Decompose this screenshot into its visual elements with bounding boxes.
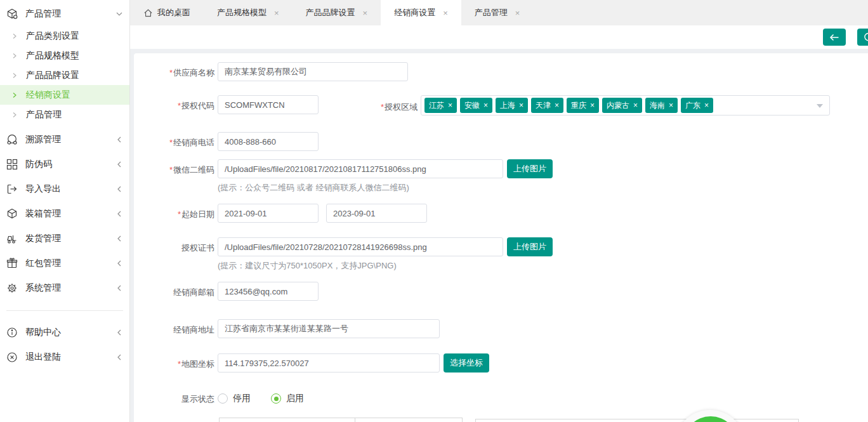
form-row-dealer-email: 经销商邮箱 bbox=[144, 282, 868, 301]
required-asterisk: * bbox=[178, 359, 181, 369]
tag-close-icon[interactable]: × bbox=[590, 101, 595, 110]
chevron-left-icon bbox=[115, 161, 123, 168]
sidebar-item-system-management[interactable]: 系统管理 bbox=[0, 275, 129, 300]
upload-image-button[interactable]: 上传图片 bbox=[507, 237, 553, 256]
sidebar-item-help-center[interactable]: 帮助中心 bbox=[0, 320, 129, 345]
end-date-input[interactable] bbox=[326, 204, 427, 223]
back-button[interactable] bbox=[823, 29, 846, 46]
required-asterisk: * bbox=[169, 138, 173, 147]
import-export-icon bbox=[6, 183, 18, 195]
info-circle-icon bbox=[6, 326, 18, 338]
refresh-icon bbox=[864, 32, 868, 42]
sidebar-subitem-label: 产品类别设置 bbox=[26, 30, 79, 42]
sidebar-item-anticounterfeit-code[interactable]: 防伪码 bbox=[0, 152, 129, 176]
upload-image-button[interactable]: 上传图片 bbox=[507, 159, 553, 178]
dealer-address-input[interactable] bbox=[218, 319, 440, 338]
qr-grid-icon bbox=[6, 158, 18, 170]
tag-close-icon[interactable]: × bbox=[448, 101, 452, 110]
wechat-qr-group: 上传图片 (提示：公众号二维码 或者 经销商联系人微信二维码) bbox=[218, 159, 553, 193]
tag-close-icon[interactable]: × bbox=[669, 101, 673, 110]
tab-label: 产品规格模型 bbox=[217, 7, 266, 18]
chevron-left-icon bbox=[115, 185, 123, 193]
sidebar-subitem-product-brand[interactable]: 产品品牌设置 bbox=[0, 65, 129, 85]
form-row-auth-code-region: *授权代码 *授权区域 江苏× 安徽× 上海× 天津× 重庆× 内蒙古× 海南×… bbox=[144, 95, 868, 115]
refresh-button[interactable] bbox=[857, 29, 868, 46]
field-label: *地图坐标 bbox=[144, 353, 214, 370]
sidebar-subitem-product-spec[interactable]: 产品规格模型 bbox=[0, 46, 129, 65]
home-icon bbox=[143, 8, 153, 18]
forklift-icon bbox=[6, 232, 18, 244]
tag-close-icon[interactable]: × bbox=[555, 101, 559, 110]
tab-label: 经销商设置 bbox=[394, 7, 435, 18]
sidebar-item-packing-management[interactable]: 装箱管理 bbox=[0, 201, 129, 226]
tag-close-icon[interactable]: × bbox=[704, 101, 709, 110]
auth-cert-hint: (提示：建议尺寸为750*1050PX，支持JPG\PNG) bbox=[218, 260, 553, 271]
arrow-left-icon bbox=[829, 33, 839, 42]
form-row-display-status: 显示状态 停用 启用 bbox=[144, 392, 868, 405]
tag-close-icon[interactable]: × bbox=[633, 101, 638, 110]
tab-product-management[interactable]: 产品管理 × bbox=[461, 0, 534, 25]
supplier-name-input[interactable] bbox=[218, 62, 408, 81]
region-tag: 重庆× bbox=[567, 98, 599, 113]
close-icon[interactable]: × bbox=[443, 8, 448, 18]
chevron-left-icon bbox=[115, 329, 123, 336]
sidebar-item-shipping-management[interactable]: 发货管理 bbox=[0, 226, 129, 251]
field-label: *授权区域 bbox=[347, 95, 418, 113]
form-row-dealer-address: 经销商地址 bbox=[144, 319, 868, 338]
tab-label: 我的桌面 bbox=[157, 7, 190, 18]
auth-region-multiselect[interactable]: 江苏× 安徽× 上海× 天津× 重庆× 内蒙古× 海南× 广东× bbox=[421, 95, 830, 115]
required-asterisk: * bbox=[169, 165, 173, 175]
tab-dealer-settings[interactable]: 经销商设置 × bbox=[381, 0, 461, 25]
close-icon[interactable]: × bbox=[515, 8, 520, 18]
tab-label: 产品品牌设置 bbox=[306, 7, 355, 18]
dealer-email-input[interactable] bbox=[218, 282, 319, 301]
chevron-left-icon bbox=[115, 136, 123, 143]
sidebar-item-label: 红包管理 bbox=[25, 258, 115, 269]
radio-disabled[interactable] bbox=[218, 393, 228, 404]
tag-close-icon[interactable]: × bbox=[483, 101, 488, 110]
tab-label: 产品管理 bbox=[475, 7, 508, 18]
sidebar-item-label: 系统管理 bbox=[25, 282, 115, 294]
sidebar-subitem-product-category[interactable]: 产品类别设置 bbox=[0, 26, 129, 46]
field-label: 授权证书 bbox=[144, 237, 214, 254]
tab-product-brand[interactable]: 产品品牌设置 × bbox=[293, 0, 381, 25]
package-box-icon bbox=[6, 208, 18, 220]
map-coords-input[interactable] bbox=[218, 353, 440, 373]
radio-label[interactable]: 启用 bbox=[286, 393, 304, 404]
form-row-dealer-phone: *经销商电话 bbox=[144, 132, 868, 151]
form-row-supplier-name: *供应商名称 bbox=[144, 62, 868, 81]
sidebar-item-label: 退出登陆 bbox=[25, 352, 115, 363]
sidebar-subitem-product-management[interactable]: 产品管理 bbox=[0, 105, 129, 124]
radio-label[interactable]: 停用 bbox=[233, 393, 251, 404]
form-row-wechat-qr: *微信二维码 上传图片 (提示：公众号二维码 或者 经销商联系人微信二维码) bbox=[144, 159, 868, 193]
tab-product-spec[interactable]: 产品规格模型 × bbox=[204, 0, 293, 25]
sidebar-divider bbox=[6, 310, 123, 311]
sidebar-item-import-export[interactable]: 导入导出 bbox=[0, 176, 129, 201]
region-tag: 内蒙古× bbox=[602, 98, 642, 113]
auth-cert-input[interactable] bbox=[218, 237, 503, 256]
form-row-date-range: *起始日期 bbox=[144, 204, 868, 223]
sidebar-item-label: 溯源管理 bbox=[25, 134, 115, 145]
auth-code-input[interactable] bbox=[218, 95, 319, 114]
sidebar-item-product-management[interactable]: 产品管理 bbox=[0, 1, 129, 26]
select-coords-button[interactable]: 选择坐标 bbox=[444, 353, 489, 373]
sidebar-item-logout[interactable]: 退出登陆 bbox=[0, 345, 129, 369]
sidebar-subitem-dealer-settings[interactable]: 经销商设置 bbox=[0, 85, 129, 105]
wechat-qr-input[interactable] bbox=[218, 159, 503, 178]
start-date-input[interactable] bbox=[218, 204, 319, 223]
sidebar-subitem-label: 经销商设置 bbox=[26, 89, 70, 101]
radio-enabled[interactable] bbox=[271, 393, 281, 404]
sidebar-item-label: 发货管理 bbox=[25, 233, 115, 244]
chevron-right-icon bbox=[11, 33, 18, 39]
sidebar-item-trace-management[interactable]: 溯源管理 bbox=[0, 127, 129, 152]
close-icon[interactable]: × bbox=[274, 8, 279, 18]
close-icon[interactable]: × bbox=[363, 8, 368, 18]
chevron-down-icon bbox=[115, 10, 123, 18]
dealer-phone-input[interactable] bbox=[218, 132, 319, 151]
sidebar-item-redpacket-management[interactable]: 红包管理 bbox=[0, 251, 129, 275]
tab-my-desktop[interactable]: 我的桌面 bbox=[130, 0, 204, 25]
region-tag: 广东× bbox=[681, 98, 713, 113]
field-label: *授权代码 bbox=[144, 95, 214, 112]
tag-close-icon[interactable]: × bbox=[519, 101, 523, 110]
region-tag: 上海× bbox=[496, 98, 528, 113]
